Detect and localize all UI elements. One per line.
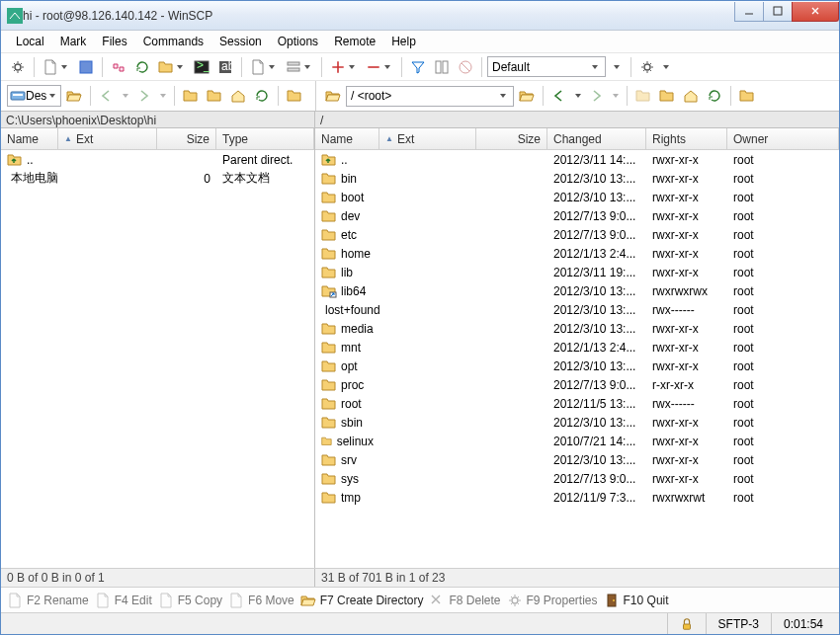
menu-local[interactable]: Local (9, 33, 51, 50)
list-item[interactable]: sbin2012/3/10 13:...rwxr-xr-xroot (315, 413, 839, 432)
remote-forward-button[interactable] (586, 85, 608, 107)
local-forward-button[interactable] (133, 85, 155, 107)
list-item[interactable]: tmp2012/11/9 7:3...rwxrwxrwtroot (315, 488, 839, 507)
list-item[interactable]: ..2012/3/11 14:...rwxr-xr-xroot (315, 150, 839, 169)
add-button[interactable] (327, 56, 361, 78)
local-home-button[interactable] (227, 85, 249, 107)
list-item[interactable]: sys2012/7/13 9:0...rwxr-xr-xroot (315, 469, 839, 488)
local-col-size[interactable]: Size (157, 128, 216, 149)
menu-remote[interactable]: Remote (327, 33, 382, 50)
remote-col-owner[interactable]: Owner (727, 128, 839, 149)
local-col-type[interactable]: Type (216, 128, 314, 149)
remote-col-size[interactable]: Size (476, 128, 547, 149)
local-file-list[interactable]: ..Parent direct.本地电脑上的文件.txt0文本文档 (1, 150, 314, 568)
up-icon (321, 152, 337, 168)
menu-commands[interactable]: Commands (136, 33, 210, 50)
maximize-button[interactable] (763, 2, 793, 22)
svg-rect-10 (774, 7, 782, 15)
queue-button[interactable]: ab (214, 56, 236, 78)
save-session-button[interactable] (75, 56, 97, 78)
list-item[interactable]: 本地电脑上的文件.txt0文本文档 (1, 169, 314, 188)
transfer-settings-button[interactable] (247, 56, 281, 78)
local-refresh-button[interactable] (251, 85, 273, 107)
terminal-button[interactable] (191, 56, 212, 78)
keep-remote-button[interactable] (155, 56, 189, 78)
svg-rect-14 (288, 62, 299, 65)
list-item[interactable]: dev2012/7/13 9:0...rwxr-xr-xroot (315, 206, 839, 225)
local-back-button[interactable] (96, 85, 118, 107)
remote-root-button[interactable] (656, 85, 678, 107)
fn-edit[interactable]: F4 Edit (95, 593, 152, 608)
list-item[interactable]: media2012/3/10 13:...rwxr-xr-xroot (315, 319, 839, 338)
list-item[interactable]: bin2012/3/10 13:...rwxr-xr-xroot (315, 169, 839, 188)
stop-button[interactable] (455, 56, 476, 78)
rename-icon (7, 593, 23, 608)
remote-back-button[interactable] (548, 85, 570, 107)
menu-session[interactable]: Session (212, 33, 269, 50)
list-item[interactable]: boot2012/3/10 13:...rwxr-xr-xroot (315, 188, 839, 206)
list-item[interactable]: opt2012/3/10 13:...rwxr-xr-xroot (315, 357, 839, 375)
svg-rect-16 (436, 61, 441, 73)
remote-col-ext[interactable]: ▲Ext (379, 128, 476, 149)
folder-icon (321, 396, 337, 412)
remote-home-button[interactable] (680, 85, 702, 107)
list-item[interactable]: lost+found2012/3/10 13:...rwx------root (315, 300, 839, 319)
list-item[interactable]: mnt2012/1/13 2:4...rwxr-xr-xroot (315, 338, 839, 357)
list-item[interactable]: etc2012/7/13 9:0...rwxr-xr-xroot (315, 225, 839, 244)
remote-col-rights[interactable]: Rights (646, 128, 727, 149)
local-root-button[interactable] (204, 85, 225, 107)
mkdir-icon (300, 593, 316, 608)
list-item[interactable]: lib642012/3/10 13:...rwxrwxrwxroot (315, 281, 839, 300)
gear-icon[interactable] (7, 56, 29, 78)
local-bookmarks-button[interactable] (284, 85, 305, 107)
list-item[interactable]: srv2012/3/10 13:...rwxr-xr-xroot (315, 450, 839, 469)
fn-mkdir[interactable]: F7 Create Directory (300, 593, 424, 608)
list-item[interactable]: selinux2010/7/21 14:...rwxr-xr-xroot (315, 432, 839, 450)
remote-open-folder-button[interactable] (322, 85, 344, 107)
queue-toggle-button[interactable] (283, 56, 316, 78)
transfer-preset-combo[interactable]: Default (487, 56, 606, 77)
local-col-name[interactable]: Name (1, 128, 58, 149)
remote-refresh-button[interactable] (704, 85, 725, 107)
remote-folder-button[interactable] (516, 85, 538, 107)
list-item[interactable]: ..Parent direct. (1, 150, 314, 169)
compare-button[interactable] (431, 56, 453, 78)
remote-col-changed[interactable]: Changed (547, 128, 646, 149)
remote-col-name[interactable]: Name (315, 128, 379, 149)
local-col-ext[interactable]: ▲Ext (58, 128, 157, 149)
sync-browse-button[interactable] (108, 56, 129, 78)
session-button[interactable] (40, 56, 73, 78)
preset-settings-button[interactable] (608, 56, 626, 78)
menu-files[interactable]: Files (95, 33, 133, 50)
preferences-button[interactable] (636, 56, 658, 78)
fn-quit[interactable]: F10 Quit (604, 593, 669, 608)
minimize-button[interactable] (734, 2, 764, 22)
local-parent-button[interactable] (180, 85, 202, 107)
list-item[interactable]: home2012/1/13 2:4...rwxr-xr-xroot (315, 244, 839, 263)
fn-copy[interactable]: F5 Copy (158, 593, 222, 608)
fn-move[interactable]: F6 Move (228, 593, 294, 608)
toolbar-overflow[interactable] (663, 65, 669, 69)
list-item[interactable]: root2012/11/5 13:...rwx------root (315, 394, 839, 413)
menu-options[interactable]: Options (271, 33, 325, 50)
fn-delete[interactable]: F8 Delete (429, 593, 500, 608)
svg-rect-9 (7, 8, 23, 24)
remove-button[interactable] (363, 56, 396, 78)
local-open-folder-button[interactable] (63, 85, 85, 107)
local-drive-combo[interactable]: Des (7, 85, 61, 107)
filter-button[interactable] (407, 56, 429, 78)
menu-mark[interactable]: Mark (53, 33, 94, 50)
remote-parent-button[interactable] (632, 85, 654, 107)
list-item[interactable]: proc2012/7/13 9:0...r-xr-xr-xroot (315, 375, 839, 394)
svg-rect-15 (288, 68, 299, 71)
sync-files-button[interactable] (131, 56, 153, 78)
remote-file-list[interactable]: ..2012/3/11 14:...rwxr-xr-xrootbin2012/3… (315, 150, 839, 568)
fn-rename[interactable]: F2 Rename (7, 593, 89, 608)
remote-bookmarks-button[interactable] (736, 85, 758, 107)
close-button[interactable] (792, 2, 839, 22)
remote-path-combo[interactable]: / <root> (346, 86, 514, 107)
menu-help[interactable]: Help (384, 33, 423, 50)
list-item[interactable]: lib2012/3/11 19:...rwxr-xr-xroot (315, 263, 839, 281)
fn-props[interactable]: F9 Properties (507, 593, 598, 608)
remote-status: 31 B of 701 B in 1 of 23 (315, 569, 839, 587)
